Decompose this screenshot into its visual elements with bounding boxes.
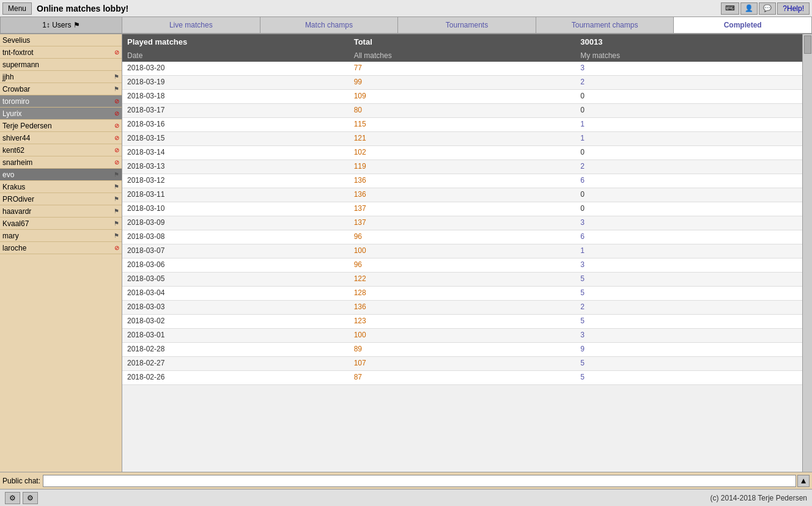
table-row[interactable]: 2018-03-17800 bbox=[122, 104, 802, 118]
user-row[interactable]: Terje Pedersen⊘ bbox=[0, 120, 122, 132]
user-row[interactable]: laroche⊘ bbox=[0, 242, 122, 254]
table-row[interactable]: 2018-03-151211 bbox=[122, 132, 802, 146]
total-cell: 107 bbox=[349, 357, 576, 370]
chat-icon-button[interactable]: 💬 bbox=[759, 2, 776, 15]
table-row[interactable]: 2018-03-181090 bbox=[122, 90, 802, 104]
table-row[interactable]: 2018-02-26875 bbox=[122, 371, 802, 385]
user-row[interactable]: Krakus⚑ bbox=[0, 181, 122, 193]
scrollbar[interactable] bbox=[802, 34, 812, 472]
table-row[interactable]: 2018-03-051225 bbox=[122, 273, 802, 287]
ban-icon: ⊘ bbox=[107, 134, 119, 141]
total-cell: 99 bbox=[349, 76, 576, 89]
table-row[interactable]: 2018-02-271075 bbox=[122, 357, 802, 371]
date-cell: 2018-03-16 bbox=[122, 118, 349, 131]
my-matches-cell: 1 bbox=[575, 132, 802, 145]
user-row[interactable]: haavardr⚑ bbox=[0, 205, 122, 218]
col3-header: 30013 bbox=[575, 34, 802, 50]
user-row[interactable]: Crowbar⚑ bbox=[0, 83, 122, 95]
table-row[interactable]: 2018-03-111360 bbox=[122, 188, 802, 202]
tab-tournaments-label: Tournaments bbox=[446, 21, 488, 29]
tab-live-matches[interactable]: Live matches bbox=[122, 17, 260, 33]
ban-icon: ⊘ bbox=[107, 98, 119, 105]
help-button[interactable]: ?Help! bbox=[777, 2, 810, 15]
total-cell: 87 bbox=[349, 371, 576, 384]
user-row[interactable]: Sevelius bbox=[0, 34, 122, 46]
content-area: Played matches Total 30013 Date All matc… bbox=[122, 34, 802, 472]
table-row[interactable]: 2018-03-071001 bbox=[122, 244, 802, 258]
table-row[interactable]: 2018-03-06963 bbox=[122, 258, 802, 273]
user-icon-button[interactable]: 👤 bbox=[740, 2, 758, 15]
user-row[interactable]: mary⚑ bbox=[0, 230, 122, 242]
tab-completed[interactable]: Completed bbox=[674, 17, 812, 33]
table-row[interactable]: 2018-03-121366 bbox=[122, 174, 802, 188]
total-cell: 100 bbox=[349, 244, 576, 258]
tab-tournaments[interactable]: Tournaments bbox=[398, 17, 536, 33]
date-cell: 2018-03-18 bbox=[122, 90, 349, 103]
date-cell: 2018-03-03 bbox=[122, 301, 349, 314]
user-name: supermann bbox=[2, 61, 107, 69]
tab-match-champs-label: Match champs bbox=[305, 21, 353, 29]
user-row[interactable]: tnt-foxtrot⊘ bbox=[0, 46, 122, 59]
table-row[interactable]: 2018-03-011003 bbox=[122, 329, 802, 343]
user-name: laroche bbox=[2, 244, 107, 252]
date-cell: 2018-03-12 bbox=[122, 174, 349, 188]
tab-sort[interactable]: 1↕ Users ⚑ bbox=[0, 17, 122, 33]
total-cell: 80 bbox=[349, 104, 576, 117]
user-row[interactable]: evo⚑ bbox=[0, 169, 122, 181]
table-row[interactable]: 2018-03-08966 bbox=[122, 230, 802, 244]
settings-button[interactable]: ⚙ bbox=[5, 492, 20, 504]
table-row[interactable]: 2018-03-161151 bbox=[122, 118, 802, 132]
footer-icons: ⚙ ⚙ bbox=[5, 492, 38, 504]
tab-tournament-champs[interactable]: Tournament champs bbox=[536, 17, 674, 33]
my-matches-cell: 0 bbox=[575, 104, 802, 117]
table-row[interactable]: 2018-02-28899 bbox=[122, 343, 802, 357]
user-row[interactable]: jjhh⚑ bbox=[0, 71, 122, 83]
total-cell: 122 bbox=[349, 273, 576, 286]
tab-match-champs[interactable]: Match champs bbox=[260, 17, 399, 33]
table-header-row2: Date All matches My matches bbox=[122, 50, 802, 62]
user-name: snarheim bbox=[2, 158, 107, 167]
table-row[interactable]: 2018-03-091373 bbox=[122, 216, 802, 230]
keyboard-icon-button[interactable]: ⌨ bbox=[721, 2, 739, 15]
scrollbar-thumb[interactable] bbox=[804, 35, 811, 54]
my-matches-cell: 0 bbox=[575, 202, 802, 216]
user-row[interactable]: supermann bbox=[0, 59, 122, 71]
total-cell: 102 bbox=[349, 146, 576, 160]
menu-button[interactable]: Menu bbox=[2, 2, 32, 15]
table-row[interactable]: 2018-03-20773 bbox=[122, 62, 802, 76]
table-row[interactable]: 2018-03-141020 bbox=[122, 146, 802, 160]
user-row[interactable]: snarheim⊘ bbox=[0, 156, 122, 169]
chat-scroll-up-button[interactable]: ▲ bbox=[797, 475, 810, 487]
date-cell: 2018-03-19 bbox=[122, 76, 349, 89]
chat-input[interactable] bbox=[43, 475, 796, 487]
user-row[interactable]: toromiro⊘ bbox=[0, 95, 122, 108]
ban-icon: ⊘ bbox=[107, 122, 119, 129]
total-cell: 136 bbox=[349, 301, 576, 314]
flag-tab-icon: ⚑ bbox=[73, 21, 80, 29]
user-row[interactable]: PROdiver⚑ bbox=[0, 193, 122, 205]
date-cell: 2018-03-05 bbox=[122, 273, 349, 286]
user-name: kent62 bbox=[2, 146, 107, 155]
user-row[interactable]: kent62⊘ bbox=[0, 144, 122, 156]
footer: ⚙ ⚙ (c) 2014-2018 Terje Pedersen bbox=[0, 489, 812, 506]
my-matches-cell: 3 bbox=[575, 216, 802, 230]
date-cell: 2018-03-08 bbox=[122, 230, 349, 244]
total-cell: 109 bbox=[349, 90, 576, 103]
my-matches-cell: 9 bbox=[575, 343, 802, 356]
options-button[interactable]: ⚙ bbox=[23, 492, 38, 504]
table-row[interactable]: 2018-03-021235 bbox=[122, 315, 802, 329]
table-row[interactable]: 2018-03-19992 bbox=[122, 76, 802, 90]
user-row[interactable]: Lyurix⊘ bbox=[0, 108, 122, 120]
user-row[interactable]: shiver44⊘ bbox=[0, 132, 122, 144]
my-matches-cell: 0 bbox=[575, 188, 802, 202]
total-cell: 77 bbox=[349, 62, 576, 75]
total-cell: 137 bbox=[349, 216, 576, 230]
table-row[interactable]: 2018-03-031362 bbox=[122, 301, 802, 315]
user-name: tnt-foxtrot bbox=[2, 48, 107, 57]
table-row[interactable]: 2018-03-101370 bbox=[122, 202, 802, 216]
total-cell: 96 bbox=[349, 230, 576, 244]
table-row[interactable]: 2018-03-041285 bbox=[122, 287, 802, 301]
my-matches-cell: 6 bbox=[575, 230, 802, 244]
user-row[interactable]: Kvaal67⚑ bbox=[0, 218, 122, 230]
table-row[interactable]: 2018-03-131192 bbox=[122, 160, 802, 174]
